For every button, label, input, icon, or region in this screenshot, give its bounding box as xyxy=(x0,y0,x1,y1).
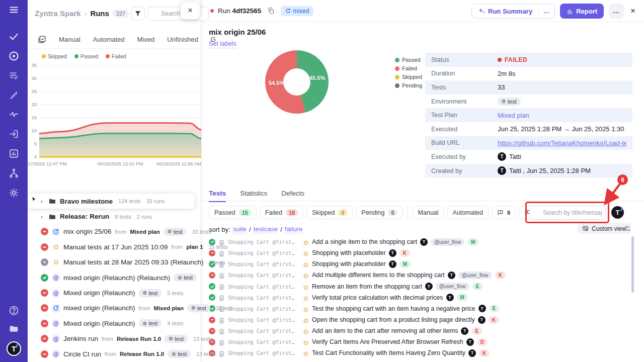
test-row[interactable]: Shopping Cart @first…Add an item to the … xyxy=(201,325,634,336)
menu-icon[interactable] xyxy=(7,3,21,17)
run-from-plan[interactable]: Mixed plan xyxy=(154,305,184,311)
branch-icon[interactable] xyxy=(7,166,21,180)
custom-view-button[interactable]: Custom view xyxy=(578,223,631,234)
test-row[interactable]: Shopping Cart @first…Open the shopping c… xyxy=(201,314,634,325)
sort-by-failure[interactable]: failure xyxy=(285,225,302,233)
legend-item-skipped[interactable]: Skipped xyxy=(42,53,67,59)
breadcrumb-app-link[interactable]: Zyntra Spark xyxy=(35,9,81,18)
test-row[interactable]: Shopping Cart @first…Add multiple differ… xyxy=(201,269,634,281)
more-actions-button[interactable]: ... xyxy=(609,4,624,19)
test-row[interactable]: Shopping Cart @first…Test Cart Functiona… xyxy=(201,347,634,358)
test-title[interactable]: Shopping with placeholder xyxy=(312,249,386,256)
tab-manual[interactable]: Manual xyxy=(59,36,80,43)
run-from-plan[interactable]: plan 1 xyxy=(186,244,203,250)
tests-search-input[interactable] xyxy=(529,206,606,220)
tab-g[interactable]: G xyxy=(211,36,216,43)
close-run-button[interactable]: × xyxy=(629,6,637,16)
run-summary-button[interactable]: Run Summary xyxy=(472,8,538,15)
test-title[interactable]: Shopping with placeholder xyxy=(312,260,386,267)
test-title[interactable]: Remove an item from the shopping cart xyxy=(312,283,422,290)
run-title[interactable]: Mixed origin (Relaunch) xyxy=(63,289,135,297)
filter-chip-manual[interactable]: Manual xyxy=(413,206,444,219)
filter-button[interactable] xyxy=(131,7,145,21)
import-icon[interactable] xyxy=(7,127,21,141)
check-icon[interactable] xyxy=(7,30,21,43)
legend-item-passed[interactable]: Passed xyxy=(74,53,98,59)
filter-chip-comment-icon[interactable]: 8 xyxy=(492,206,516,219)
close-panel-button[interactable]: × xyxy=(181,2,200,19)
sort-by-suite[interactable]: suite xyxy=(233,225,247,233)
filter-chip-automated[interactable]: Automated xyxy=(447,206,489,219)
copy-icon[interactable] xyxy=(267,7,275,15)
steps-icon[interactable] xyxy=(7,88,21,102)
run-row[interactable]: @mixed origin (Relaunch) (Relaunch)⚙test xyxy=(28,270,201,285)
test-row[interactable]: Shopping Cart @first…Remove an item from… xyxy=(201,281,634,292)
run-row[interactable]: mix origin 25/06fromMixed plan⚙test33 te… xyxy=(28,224,201,239)
tab-mixed[interactable]: Mixed xyxy=(137,36,155,43)
help-icon[interactable] xyxy=(7,304,21,317)
expand-chevron-icon[interactable]: › xyxy=(41,214,45,220)
test-title[interactable]: Add multiple different items to the shop… xyxy=(312,272,445,279)
run-folder-row[interactable]: ›Bravo milestone124 tests33 runs xyxy=(28,194,195,209)
filter-chip-pending[interactable]: Pending0 xyxy=(356,206,403,219)
run-from-plan[interactable]: Mixed plan xyxy=(130,229,159,235)
test-row[interactable]: Shopping Cart @first…Add a single item t… xyxy=(201,236,634,247)
test-title[interactable]: Test Cart Functionality with Items Havin… xyxy=(312,349,465,356)
play-circle-icon[interactable] xyxy=(7,49,21,63)
legend-dot xyxy=(42,54,46,58)
spark-icon xyxy=(303,328,309,334)
run-title[interactable]: Circle CI run xyxy=(63,350,101,358)
run-row[interactable]: @Mixed origin (Relaunch)⚙test4 tests xyxy=(28,316,201,331)
test-row[interactable]: Shopping Cart @first…Test the shopping c… xyxy=(201,303,634,314)
user-avatar[interactable]: T xyxy=(611,206,624,219)
settings-gear-icon[interactable] xyxy=(7,186,21,200)
run-title[interactable]: mixed origin (Relaunch) (Relaunch) xyxy=(63,274,170,282)
sliders-icon[interactable] xyxy=(624,225,631,232)
run-summary-more-button[interactable]: ... xyxy=(538,8,554,15)
run-row[interactable]: mixed origin (Relaunch)fromMixed plan⚙te… xyxy=(28,301,201,316)
report-chart-icon[interactable] xyxy=(7,147,21,160)
run-row[interactable]: Manual tests at 28 Mar 2025 09:33 (Relau… xyxy=(28,255,201,270)
test-title[interactable]: Add an item to the cart after removing a… xyxy=(312,327,458,334)
user-avatar[interactable]: T xyxy=(7,341,21,356)
run-title[interactable]: Manual tests at 28 Mar 2025 09:33 (Relau… xyxy=(63,258,203,266)
run-title[interactable]: mixed origin (Relaunch) xyxy=(63,304,135,312)
test-title[interactable]: Test the shopping cart with an item havi… xyxy=(312,305,475,312)
legend-item-failed[interactable]: Failed xyxy=(106,53,126,59)
run-type-badge[interactable]: mixed xyxy=(281,6,313,16)
run-from-plan[interactable]: Release Run 1.0 xyxy=(120,351,164,357)
run-folder-row[interactable]: ›Release: Rerun8 tests2 runs xyxy=(28,209,201,224)
run-row[interactable]: @Circle CI runfromRelease Run 1.0⚙test13… xyxy=(28,346,201,361)
tab-unfinished[interactable]: Unfinished xyxy=(167,36,198,43)
test-title[interactable]: Add a single item to the shopping cart xyxy=(312,238,417,245)
run-row[interactable]: @Jenkins runfromRelease Run 1.0⚙test13 t… xyxy=(28,331,201,346)
run-title[interactable]: Jenkins run xyxy=(63,335,98,342)
vertical-scrollbar[interactable] xyxy=(631,236,634,293)
test-title[interactable]: Open the shopping cart from a product li… xyxy=(312,316,475,323)
projects-folder-icon[interactable] xyxy=(7,322,21,335)
run-row[interactable]: @Mixed origin (Relaunch)⚙test5 tests xyxy=(28,285,201,300)
run-row[interactable]: Manual tests at 17 Jun 2025 10:09frompla… xyxy=(28,239,201,254)
filter-chip-skipped[interactable]: Skipped0 xyxy=(306,206,353,219)
report-button[interactable]: Report xyxy=(560,4,604,19)
filter-chip-failed[interactable]: Failed18 xyxy=(260,206,303,219)
build-url-link[interactable]: https://github.com/TetianaKhomenko/Load-… xyxy=(498,139,626,147)
test-title[interactable]: Verify total price calculation with deci… xyxy=(312,294,443,301)
test-plan-link[interactable]: Mixed plan xyxy=(498,112,529,119)
tab-automated[interactable]: Automated xyxy=(93,36,125,43)
run-title[interactable]: mix origin 25/06 xyxy=(63,228,111,235)
sort-by-testcase[interactable]: testcase xyxy=(254,225,278,233)
test-row[interactable]: Shopping Cart @first…Verify Cart Items A… xyxy=(201,336,634,347)
test-row[interactable]: Shopping Cart @first…Verify total price … xyxy=(201,292,634,303)
expand-chevron-icon[interactable]: › xyxy=(41,198,45,204)
test-title[interactable]: Verify Cart Items Are Preserved After Br… xyxy=(312,338,463,345)
test-row[interactable]: Shopping Cart @first…Shopping with place… xyxy=(201,247,634,258)
run-title[interactable]: Mixed origin (Relaunch) xyxy=(63,320,135,327)
run-from-plan[interactable]: Release Run 1.0 xyxy=(117,336,161,342)
run-title[interactable]: Manual tests at 17 Jun 2025 10:09 xyxy=(63,243,168,251)
filter-chip-passed[interactable]: Passed15 xyxy=(209,206,257,219)
pulse-icon[interactable] xyxy=(7,108,21,121)
list-check-icon[interactable] xyxy=(7,69,21,82)
select-runs-icon[interactable] xyxy=(38,35,46,44)
test-row[interactable]: Shopping Cart @first…Shopping with place… xyxy=(201,258,634,269)
